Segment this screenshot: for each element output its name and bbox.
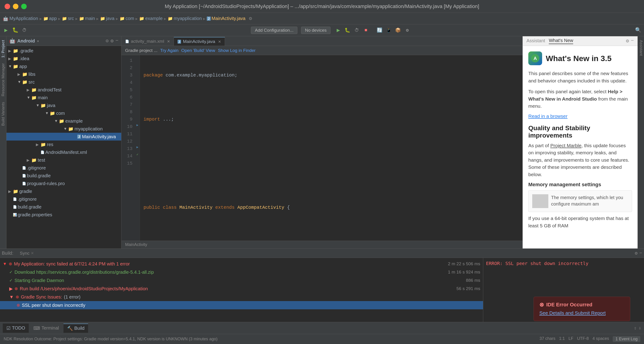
event-log-button[interactable]: 1 Event Log <box>613 336 640 342</box>
breadcrumb-myapplication[interactable]: 📁 myapplication <box>168 16 202 21</box>
editor-footer-text: MainActivity <box>125 242 147 247</box>
show-log-link[interactable]: Show Log in Finder <box>218 48 256 53</box>
gradle-icon: 📄 <box>22 174 26 177</box>
tab-activity-main-xml[interactable]: 📄 activity_main.xml ✕ <box>122 37 174 46</box>
tree-arrow: ▶ <box>8 189 12 193</box>
bottom-tabs: Build: Sync ✕ ⚙ − <box>0 249 644 258</box>
tab-close-xml[interactable]: ✕ <box>167 39 170 44</box>
tree-item-root-gitignore[interactable]: 📄 .gitignore <box>6 195 121 203</box>
close-button[interactable] <box>4 4 10 9</box>
sidebar-build-variants-tab[interactable]: Build Variants <box>0 100 6 128</box>
tree-item-myapplication[interactable]: ▼ 📁 myapplication <box>6 125 121 133</box>
search-everywhere-button[interactable]: 🔍 <box>634 26 642 34</box>
tree-item-src[interactable]: ▼ 📁 src <box>6 78 121 86</box>
tree-item-build-gradle[interactable]: 📄 build.gradle <box>6 172 121 179</box>
breadcrumb-example[interactable]: 📁 example <box>139 16 162 21</box>
maximize-button[interactable] <box>21 4 27 9</box>
project-dropdown-arrow[interactable]: ▾ <box>37 39 39 44</box>
project-settings-icon[interactable]: ⊙ <box>106 38 108 44</box>
tree-item-java[interactable]: ▼ 📁 java <box>6 102 121 109</box>
debug-button[interactable]: 🐛 <box>344 26 352 34</box>
todo-tab[interactable]: ☑ TODO <box>3 324 29 333</box>
sidebar-resource-manager-tab[interactable]: Resource Manager <box>0 61 6 98</box>
debug-icon[interactable]: 🐛 <box>11 26 19 34</box>
project-gear-icon[interactable]: ⚙ <box>111 38 114 44</box>
project-marble-link[interactable]: Project Marble <box>550 143 582 148</box>
breadcrumb-app[interactable]: 📁 app <box>43 16 57 21</box>
assistant-gear-icon[interactable]: ⚙ <box>626 38 629 44</box>
tree-item-test[interactable]: ▶ 📁 test <box>6 156 121 164</box>
folder-icon: 📁 <box>13 189 18 194</box>
tree-item-res[interactable]: ▶ 📁 res <box>6 141 121 148</box>
tree-item-gradle[interactable]: ▶ 📁 .gradle <box>6 47 121 55</box>
tree-item-idea[interactable]: ▶ 📁 .idea <box>6 55 121 62</box>
tree-item-gradle-folder[interactable]: ▶ 📁 gradle <box>6 187 121 195</box>
project-collapse-icon[interactable]: − <box>116 38 118 44</box>
build-item-ssl-error[interactable]: ⊗ SSL peer shut down incorrectly <box>0 301 483 309</box>
tree-item-gitignore[interactable]: 📄 .gitignore <box>6 164 121 172</box>
profile-button[interactable]: ⏱ <box>352 26 361 34</box>
stop-button[interactable]: ■ <box>362 26 370 34</box>
error-circle-icon: ⊗ <box>16 294 19 300</box>
breadcrumb-com[interactable]: 📁 com <box>120 16 134 21</box>
breadcrumb-mainactivity[interactable]: J MainActivity.java <box>207 16 246 21</box>
add-configuration-button[interactable]: Add Configuration... <box>251 27 298 34</box>
tree-item-androidtest[interactable]: ▶ 📁 androidTest <box>6 86 121 94</box>
tree-arrow-open: ▼ <box>8 64 12 68</box>
no-devices-button[interactable]: No devices <box>301 27 330 34</box>
assistant-content[interactable]: A What's New in 3.5 This panel describes… <box>523 46 638 248</box>
profile-icon[interactable]: ⏱ <box>20 26 28 34</box>
sync-tab-close[interactable]: ✕ <box>31 251 34 255</box>
assistant-close-icon[interactable]: − <box>631 38 634 44</box>
bottom-left-icon-1[interactable]: ⇧ <box>634 325 637 331</box>
tree-item-mainactivity[interactable]: J MainActivity.java <box>6 133 121 141</box>
settings-button[interactable]: ⚙ <box>403 26 412 34</box>
minimize-button[interactable] <box>13 4 18 9</box>
tree-item-proguard[interactable]: 📄 proguard-rules.pro <box>6 179 121 187</box>
avd-button[interactable]: 📱 <box>385 26 393 34</box>
sidebar-project-tab[interactable]: 1: Project <box>0 38 6 59</box>
terminal-tab[interactable]: ⌨ Terminal <box>30 324 62 333</box>
tab-close-java[interactable]: ✕ <box>218 39 221 44</box>
open-build-view-link[interactable]: Open 'Build' View <box>181 48 215 53</box>
titlebar: My Application [~/AndroidStudioProjects/… <box>0 0 644 13</box>
sync-tab[interactable]: Sync ✕ <box>16 249 38 257</box>
project-panel: 🤖 Android ▾ ⊙ ⚙ − ▶ 📁 .gradle ▶ 📁 <box>6 36 122 248</box>
breadcrumb-project[interactable]: 🤖 MyApplication <box>3 16 38 21</box>
right-assistant-tab[interactable]: Assistant <box>638 38 644 58</box>
bottom-panel-close-icon[interactable]: − <box>640 251 642 256</box>
bottom-left-icon-2[interactable]: ⇩ <box>638 325 641 331</box>
tree-item-com[interactable]: ▼ 📁 com <box>6 109 121 117</box>
build-item-sync-failed[interactable]: ▼ ⊗ My Application: sync failed at 6/7/2… <box>0 260 483 268</box>
quality-text: As part of Project Marble, this update f… <box>528 142 632 178</box>
code-content[interactable]: package com.example.myapplication; impor… <box>140 55 522 241</box>
assistant-tab[interactable]: Assistant <box>526 38 545 44</box>
breadcrumb-settings-icon[interactable]: ⚙ <box>249 16 252 21</box>
build-item-download[interactable]: ✓ Download https://services.gradle.org/d… <box>0 268 483 276</box>
tree-item-gradle-properties[interactable]: 📊 gradle.properties <box>6 211 121 219</box>
code-editor[interactable]: 1 2 3 4 5 6 7 8 9 10 11 12 13 14 15 <box>122 55 522 241</box>
tree-item-main[interactable]: ▼ 📁 main <box>6 94 121 102</box>
sdk-button[interactable]: 📦 <box>394 26 402 34</box>
build-item-daemon[interactable]: ✓ Starting Gradle Daemon 886 ms <box>0 276 483 285</box>
breadcrumb-java[interactable]: 📁 java <box>100 16 114 21</box>
tree-item-androidmanifest[interactable]: 📄 AndroidManifest.xml <box>6 148 121 156</box>
read-in-browser-link[interactable]: Read in a browser <box>528 113 568 119</box>
try-again-link[interactable]: Try Again <box>160 48 178 53</box>
whats-new-tab[interactable]: What's New <box>549 38 573 44</box>
build-item-run-build[interactable]: ▶ ⊗ Run build /Users/phoenix/AndroidStud… <box>0 285 483 293</box>
breadcrumb-src[interactable]: 📁 src <box>62 16 74 21</box>
see-details-link[interactable]: See Details and Submit Report <box>539 310 606 316</box>
tab-mainactivity-java[interactable]: J MainActivity.java ✕ <box>174 37 225 46</box>
tree-item-libs[interactable]: ▶ 📁 libs <box>6 70 121 78</box>
sync-button[interactable]: 🔄 <box>376 26 384 34</box>
build-item-gradle-sync-issues[interactable]: ▼ ⊗ Gradle Sync Issues: (1 error) <box>0 293 483 301</box>
build-tab[interactable]: 🔨 Build <box>64 324 88 333</box>
tree-item-root-build-gradle[interactable]: 📄 build.gradle <box>6 203 121 211</box>
run-button[interactable]: ▶ <box>334 26 342 34</box>
tree-item-example[interactable]: ▼ 📁 example <box>6 117 121 125</box>
breadcrumb-main[interactable]: 📁 main <box>79 16 95 21</box>
bottom-panel-gear-icon[interactable]: ⚙ <box>635 250 638 256</box>
run-icon[interactable]: ▶ <box>2 26 10 34</box>
tree-item-app[interactable]: ▼ 📁 app <box>6 62 121 70</box>
